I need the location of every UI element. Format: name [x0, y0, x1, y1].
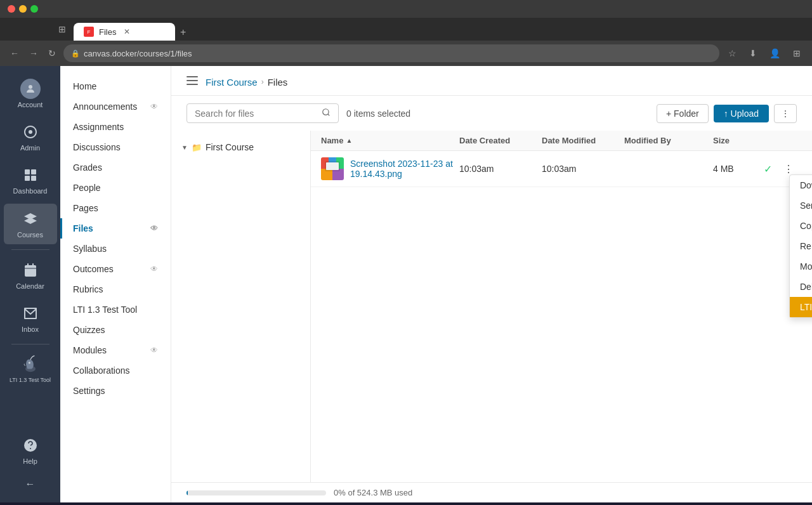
nav-divider-1: [11, 249, 49, 250]
add-folder-button[interactable]: + Folder: [657, 104, 709, 123]
outcomes-eye-icon: 👁: [150, 265, 158, 273]
sidebar-item-account[interactable]: Account: [4, 74, 57, 114]
course-nav-collaborations-label: Collaborations: [73, 365, 130, 376]
course-nav-grades[interactable]: Grades: [60, 157, 171, 178]
sidebar-item-inbox[interactable]: Inbox: [4, 298, 57, 339]
col-date-modified-label: Date Modified: [542, 136, 596, 145]
course-nav-pages[interactable]: Pages: [60, 198, 171, 218]
tree-arrow-icon: ▼: [181, 144, 188, 151]
search-box: [187, 103, 339, 123]
forward-button[interactable]: →: [27, 46, 41, 61]
files-eye-icon: 👁: [150, 224, 158, 233]
tab-title: Files: [99, 27, 116, 37]
context-menu-lti[interactable]: LTI 1.3 Test Tool: [790, 297, 812, 317]
course-nav-announcements-label: Announcements: [73, 102, 137, 112]
column-name-header[interactable]: Name ▲: [321, 136, 459, 145]
file-thumbnail: [321, 157, 344, 180]
svg-rect-6: [25, 265, 36, 277]
toolbar-actions: + Folder ↑ Upload ⋮: [657, 104, 797, 123]
breadcrumb-course-link[interactable]: First Course: [206, 77, 258, 88]
download-button[interactable]: ⬇: [745, 46, 761, 61]
refresh-button[interactable]: ↻: [46, 46, 58, 61]
course-nav-lti-test[interactable]: LTI 1.3 Test Tool: [60, 299, 171, 320]
col-name-label: Name: [321, 136, 343, 145]
column-size-header[interactable]: Size: [713, 136, 764, 145]
admin-icon: [20, 122, 41, 142]
nav-divider-2: [11, 344, 49, 344]
course-nav-quizzes[interactable]: Quizzes: [60, 320, 171, 340]
course-nav-syllabus[interactable]: Syllabus: [60, 239, 171, 259]
minimize-dot[interactable]: [19, 5, 27, 13]
upload-button[interactable]: ↑ Upload: [714, 105, 769, 122]
sidebar-item-admin[interactable]: Admin: [4, 117, 57, 157]
tab-close-button[interactable]: ✕: [124, 27, 130, 36]
course-nav-settings-label: Settings: [73, 386, 105, 396]
sidebar-item-calendar[interactable]: Calendar: [4, 255, 57, 296]
search-button[interactable]: [322, 108, 331, 119]
course-nav-assignments[interactable]: Assignments: [60, 117, 171, 137]
svg-rect-3: [31, 169, 36, 174]
tab-favicon: F: [84, 27, 94, 37]
course-nav-announcements[interactable]: Announcements 👁: [60, 96, 171, 117]
search-input[interactable]: [195, 108, 317, 119]
course-nav-people[interactable]: People: [60, 178, 171, 198]
context-menu-copy-to[interactable]: Copy To...: [790, 216, 812, 236]
maximize-dot[interactable]: [30, 5, 38, 13]
lti-icon: [20, 355, 41, 375]
course-nav-discussions[interactable]: Discussions: [60, 137, 171, 157]
context-menu-move-to[interactable]: Move To...: [790, 256, 812, 277]
svg-point-1: [29, 130, 32, 134]
bookmark-button[interactable]: ☆: [724, 46, 740, 61]
col-size-label: Size: [713, 136, 730, 145]
sidebar-item-dashboard[interactable]: Dashboard: [4, 160, 57, 200]
file-tree-folder[interactable]: ▼ 📁 First Course: [171, 138, 310, 156]
svg-rect-16: [187, 84, 198, 85]
hamburger-button[interactable]: [187, 75, 198, 89]
course-nav-quizzes-label: Quizzes: [73, 325, 105, 335]
course-nav-modules[interactable]: Modules 👁: [60, 340, 171, 360]
context-menu-delete[interactable]: Delete: [790, 277, 812, 297]
course-nav-outcomes[interactable]: Outcomes 👁: [60, 259, 171, 279]
back-button[interactable]: ←: [8, 46, 22, 61]
context-menu-rename[interactable]: Rename: [790, 236, 812, 256]
sidebar-item-courses[interactable]: Courses: [4, 204, 57, 244]
course-nav-files-label: Files: [73, 223, 93, 233]
browser-tabs: ⊞ F Files ✕ +: [0, 18, 812, 41]
course-nav-settings[interactable]: Settings: [60, 381, 171, 401]
course-nav-files[interactable]: Files 👁: [60, 218, 171, 239]
svg-rect-5: [31, 176, 36, 181]
svg-point-13: [30, 448, 31, 449]
context-menu-send-to[interactable]: Send To...: [790, 195, 812, 216]
profile-button[interactable]: 👤: [766, 46, 784, 61]
column-date-created-header[interactable]: Date Created: [459, 136, 542, 145]
help-label: Help: [23, 457, 37, 466]
course-nav-people-label: People: [73, 183, 101, 193]
course-nav-home[interactable]: Home: [60, 76, 171, 96]
file-date-modified: 10:03am: [542, 164, 624, 174]
more-options-button[interactable]: ⋮: [774, 104, 797, 123]
col-date-created-label: Date Created: [459, 136, 510, 145]
history-icon[interactable]: ⊞: [51, 18, 74, 41]
close-dot[interactable]: [8, 5, 15, 13]
file-name-link[interactable]: Screenshot 2023-11-23 at 19.14.43.png: [350, 159, 459, 179]
active-tab[interactable]: F Files ✕: [74, 23, 175, 41]
courses-icon: [20, 209, 41, 229]
context-menu-download[interactable]: Download: [790, 175, 812, 195]
url-bar[interactable]: 🔒 canvas.docker/courses/1/files: [63, 44, 719, 62]
course-nav-assignments-label: Assignments: [73, 122, 124, 132]
new-tab-button[interactable]: +: [175, 24, 191, 41]
svg-rect-14: [187, 76, 198, 77]
course-nav-outcomes-label: Outcomes: [73, 264, 114, 274]
course-nav: Home Announcements 👁 Assignments Discuss…: [60, 66, 171, 502]
svg-rect-15: [187, 80, 198, 81]
extensions-button[interactable]: ⊞: [789, 46, 804, 61]
sidebar-item-lti[interactable]: LTI 1.3 Test Tool: [4, 350, 57, 389]
breadcrumb: First Course › Files: [206, 77, 287, 88]
sidebar-item-help[interactable]: Help: [4, 430, 57, 471]
course-nav-rubrics[interactable]: Rubrics: [60, 279, 171, 299]
collapse-nav-button[interactable]: ←: [4, 473, 57, 495]
svg-point-17: [323, 109, 329, 115]
column-modified-by-header[interactable]: Modified By: [624, 136, 713, 145]
course-nav-collaborations[interactable]: Collaborations: [60, 360, 171, 381]
column-date-modified-header[interactable]: Date Modified: [542, 136, 624, 145]
